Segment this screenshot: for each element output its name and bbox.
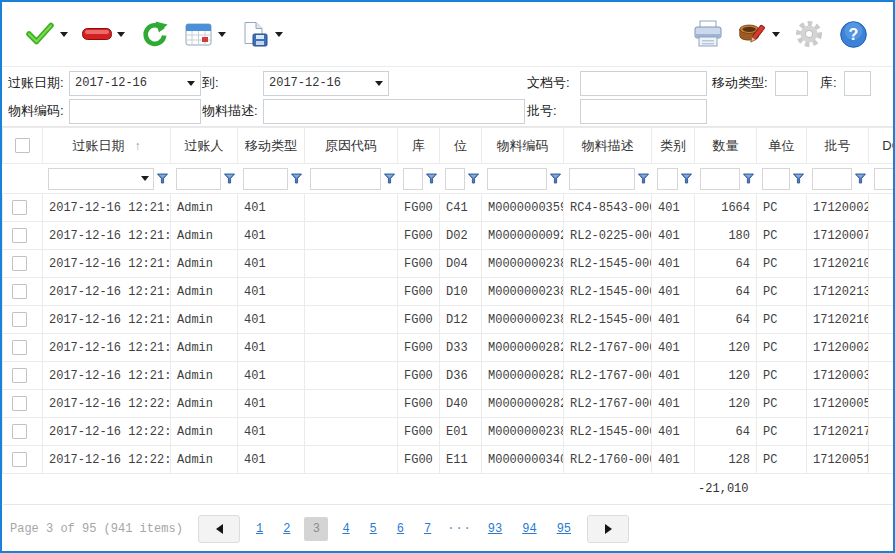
refresh-button[interactable] (136, 16, 172, 52)
confirm-check-button[interactable] (22, 16, 71, 52)
filter-funnel-icon[interactable] (743, 173, 754, 184)
cell-move-type: 401 (238, 222, 305, 250)
column-header-warehouse[interactable]: 库 (398, 128, 440, 164)
table-row[interactable]: 2017-12-16 12:21:47Admin401FG00D12M00000… (3, 306, 894, 334)
filter-funnel-icon[interactable] (384, 173, 395, 184)
theme-paint-button[interactable] (734, 16, 783, 52)
pager-page-link[interactable]: 4 (332, 522, 359, 536)
column-header-material-code[interactable]: 物料编码 (482, 128, 564, 164)
grid-filter-input-poster[interactable] (176, 168, 221, 190)
settings-gear-button[interactable] (791, 16, 827, 52)
row-checkbox[interactable] (12, 284, 27, 299)
filter-funnel-icon[interactable] (157, 173, 168, 184)
column-header-bin[interactable]: 位 (440, 128, 482, 164)
table-row[interactable]: 2017-12-16 12:21:21Admin401FG00D04M00000… (3, 250, 894, 278)
column-header-reason-code[interactable]: 原因代码 (305, 128, 398, 164)
row-checkbox[interactable] (12, 424, 27, 439)
column-header-unit[interactable]: 单位 (757, 128, 807, 164)
column-header-material-desc[interactable]: 物料描述 (564, 128, 652, 164)
filter-funnel-icon[interactable] (468, 173, 479, 184)
pager-page-link[interactable]: 95 (547, 522, 581, 536)
table-row[interactable]: 2017-12-16 12:21:55Admin401FG00D33M00000… (3, 334, 894, 362)
dropdown-caret-icon[interactable] (60, 32, 68, 37)
table-row[interactable]: 2017-12-16 12:21:42Admin401FG00D10M00000… (3, 278, 894, 306)
pager-page-link[interactable]: 5 (360, 522, 387, 536)
grid-filter-input-material-code[interactable] (487, 168, 547, 190)
grid-filter-input-move-type[interactable] (243, 168, 288, 190)
dropdown-caret-icon[interactable] (275, 32, 283, 37)
calendar-button[interactable] (180, 16, 229, 52)
filter-input-batch-no[interactable] (580, 99, 707, 124)
dropdown-caret-icon[interactable] (117, 32, 125, 37)
grid-filter-input-warehouse[interactable] (403, 168, 423, 190)
pager-page-link[interactable]: 2 (273, 522, 300, 536)
row-checkbox[interactable] (12, 200, 27, 215)
cell-do-no (869, 222, 894, 250)
filter-input-post-date-from[interactable]: 2017-12-16 (69, 71, 201, 96)
export-save-button[interactable] (237, 16, 286, 52)
row-checkbox[interactable] (12, 396, 27, 411)
column-header-poster[interactable]: 过账人 (171, 128, 238, 164)
column-header-do-no[interactable]: DO号 (869, 128, 894, 164)
pager-page-link[interactable]: 1 (246, 522, 273, 536)
pager-prev-button[interactable] (198, 515, 240, 543)
column-header-post-date[interactable]: 过账日期↑ (43, 128, 171, 164)
table-row[interactable]: 2017-12-16 12:21:59Admin401FG00D36M00000… (3, 362, 894, 390)
dropdown-caret-icon[interactable] (375, 81, 383, 86)
grid-filter-input-reason-code[interactable] (310, 168, 381, 190)
filter-funnel-icon[interactable] (550, 173, 561, 184)
print-button[interactable] (690, 16, 726, 52)
row-checkbox[interactable] (12, 368, 27, 383)
pager-page-link[interactable]: 94 (512, 522, 546, 536)
row-checkbox[interactable] (12, 228, 27, 243)
remove-minus-button[interactable] (79, 16, 128, 52)
pager-page-link[interactable]: 6 (387, 522, 414, 536)
cell-post-date: 2017-12-16 12:21:14 (43, 222, 171, 250)
table-row[interactable]: 2017-12-16 12:22:16Admin401FG00E01M00000… (3, 418, 894, 446)
dropdown-caret-icon[interactable] (141, 176, 149, 181)
filter-funnel-icon[interactable] (426, 173, 437, 184)
filter-input-doc-no[interactable] (580, 71, 707, 96)
grid-filter-input-batch-no[interactable] (812, 168, 852, 190)
filter-input-post-date-to[interactable]: 2017-12-16 (263, 71, 389, 96)
table-row[interactable]: 2017-12-16 12:21:14Admin401FG00D02M00000… (3, 222, 894, 250)
row-checkbox[interactable] (12, 340, 27, 355)
row-checkbox[interactable] (12, 256, 27, 271)
filter-funnel-icon[interactable] (291, 173, 302, 184)
dropdown-caret-icon[interactable] (772, 32, 780, 37)
filter-input-move-type[interactable] (775, 71, 808, 96)
filter-funnel-icon[interactable] (855, 173, 866, 184)
help-button[interactable]: ? (835, 16, 871, 52)
grid-filter-input-post-date[interactable] (48, 168, 154, 190)
filter-funnel-icon[interactable] (681, 173, 692, 184)
dropdown-caret-icon[interactable] (218, 32, 226, 37)
pager-page-link[interactable]: 93 (478, 522, 512, 536)
dropdown-caret-icon[interactable] (187, 81, 195, 86)
filter-funnel-icon[interactable] (224, 173, 235, 184)
table-row[interactable]: 2017-12-16 12:22:06Admin401FG00D40M00000… (3, 390, 894, 418)
select-all-checkbox[interactable] (15, 138, 30, 153)
filter-funnel-icon[interactable] (793, 173, 804, 184)
filter-input-material-code[interactable] (69, 99, 201, 124)
row-checkbox[interactable] (12, 312, 27, 327)
table-row[interactable]: 2017-12-16 12:22:20Admin401FG00E11M00000… (3, 446, 894, 474)
grid-filter-input-quantity[interactable] (700, 168, 740, 190)
toolbar-left-group (22, 16, 294, 52)
pager-next-button[interactable] (587, 515, 629, 543)
column-header-batch-no[interactable]: 批号 (807, 128, 869, 164)
filter-input-warehouse[interactable] (844, 71, 871, 96)
row-checkbox[interactable] (12, 452, 27, 467)
column-header-category[interactable]: 类别 (652, 128, 695, 164)
grid-filter-input-bin[interactable] (445, 168, 465, 190)
table-row[interactable]: 2017-12-16 12:21:10Admin401FG00C41M00000… (3, 194, 894, 222)
column-header-move-type[interactable]: 移动类型 (238, 128, 305, 164)
column-header-quantity[interactable]: 数量 (695, 128, 757, 164)
filter-funnel-icon[interactable] (638, 173, 649, 184)
filter-input-material-desc[interactable] (263, 99, 525, 124)
filter-label-material-desc: 物料描述: (202, 102, 263, 120)
grid-filter-input-unit[interactable] (762, 168, 790, 190)
grid-filter-input-category[interactable] (657, 168, 678, 190)
grid-filter-input-material-desc[interactable] (569, 168, 635, 190)
pager-page-link[interactable]: 7 (414, 522, 441, 536)
grid-filter-input-do-no[interactable] (874, 168, 894, 190)
